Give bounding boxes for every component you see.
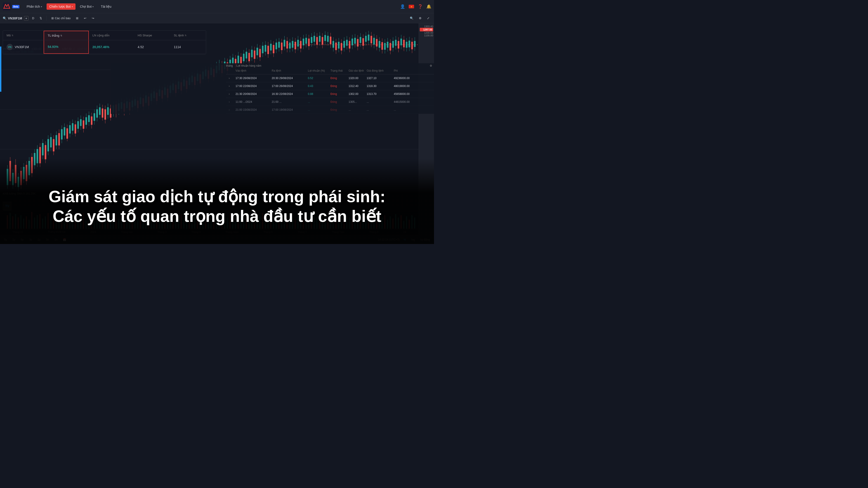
trade-log-row: › 17:30 26/08/2024 20:30 29/08/2024 0.52… <box>226 74 434 82</box>
search-icon: 🔍 <box>3 17 6 20</box>
table-settings-icon[interactable]: ⚙ <box>430 64 432 67</box>
calendar-icon[interactable]: 📅 <box>61 237 68 242</box>
cell-ln-cong-don: 20,057.46% <box>89 40 134 54</box>
col-ln-cong-don[interactable]: LN cộng dồn <box>89 31 134 40</box>
undo-button[interactable]: ↩ <box>82 15 88 21</box>
settings-icon[interactable]: ⚙ <box>417 15 423 21</box>
svg-rect-1 <box>4 8 10 8</box>
subtitle-line2: Các yếu tố quan trọng nhà đầu tư cần biế… <box>18 206 416 226</box>
percent-btn[interactable]: % <box>402 237 408 242</box>
notification-icon[interactable]: 🔔 <box>426 4 431 9</box>
timeframe-1y[interactable]: 1y <box>11 237 17 242</box>
help-icon[interactable]: ❓ <box>418 4 423 9</box>
header: Beta Phân tích ▾ Chiến lược Bot ▾ Chợ Bo… <box>0 0 434 13</box>
timeframe-5n[interactable]: 5n <box>44 237 50 242</box>
chevron-down-icon: ▾ <box>92 5 94 8</box>
timeframe-1p[interactable]: 1p <box>36 237 42 242</box>
timeframe-3p[interactable]: 3p <box>28 237 33 242</box>
bottom-right-controls: 14:12:14 (UTC+7) % log tự động <box>378 237 431 242</box>
symbol-selector[interactable]: 🔍 VN30F1M <box>3 17 22 20</box>
strategy-performance-table: Mã ⇅ TL thắng ⇅ LN cộng dồn HS Sharpe SL… <box>3 31 206 54</box>
toolbar-separator <box>46 15 47 21</box>
trade-log-panel: tháng Lợi nhuận hàng năm ⚙ Vào lệnh Ra l… <box>111 63 434 114</box>
symbol-label: VN30F1M <box>8 17 22 20</box>
nav-cho-bot[interactable]: Chợ Bot ▾ <box>77 3 96 10</box>
layout-button[interactable]: ⊞ <box>74 15 80 21</box>
chevron-down-icon: ▾ <box>41 5 42 8</box>
tab-thang[interactable]: tháng <box>226 64 233 67</box>
cell-ma: VN VN30F1M <box>3 40 43 54</box>
tv-badge-area: TV <box>3 46 12 210</box>
chevron-down-icon: ▾ <box>72 5 73 8</box>
app-logo <box>3 2 11 11</box>
nav-tai-lieu[interactable]: Tài liệu <box>98 3 114 10</box>
fullscreen-icon[interactable]: ⤢ <box>425 15 431 21</box>
time-display: 14:12:14 (UTC+7) <box>378 238 399 241</box>
auto-btn[interactable]: tự động <box>419 237 431 242</box>
col-hs-sharpe[interactable]: HS Sharpe <box>134 31 170 40</box>
vn-icon: VN <box>6 44 13 50</box>
col-sl-lenh[interactable]: SL lệnh ⇅ <box>170 31 206 40</box>
current-price-tag: 1297.50 <box>420 28 433 31</box>
indicators-button[interactable]: ⊞ Các chỉ báo <box>50 15 72 21</box>
grid-icon: ⊞ <box>76 17 79 20</box>
table-header: Mã ⇅ TL thắng ⇅ LN cộng dồn HS Sharpe SL… <box>3 31 206 40</box>
zoom-icon[interactable]: 🔍 <box>408 15 415 21</box>
cell-sl-lenh: 1114 <box>170 40 206 54</box>
trade-log-row: › 21:00 15/08/2024 17:00 19/08/2024 ... … <box>226 106 434 114</box>
timeframe-6p[interactable]: 6p <box>19 237 25 242</box>
user-icon[interactable]: 👤 <box>400 4 405 9</box>
col-tl-thang[interactable]: TL thắng ⇅ <box>43 31 89 40</box>
redo-button[interactable]: ↪ <box>90 15 96 21</box>
compare-icon: ⇅ <box>39 17 42 20</box>
toolbar-right: 🔍 ⚙ ⤢ <box>408 15 431 21</box>
col-ma[interactable]: Mã ⇅ <box>3 31 43 40</box>
nav-phan-tich[interactable]: Phân tích ▾ <box>24 3 45 10</box>
header-right: 👤 ❓ 🔔 <box>400 4 431 9</box>
timeframe-selector[interactable]: D <box>30 16 36 21</box>
nav-chien-luoc-bot[interactable]: Chiến lược Bot ▾ <box>46 3 75 10</box>
left-tools-panel <box>0 46 1 92</box>
cell-tl-thang: 54.93% <box>43 40 89 54</box>
trade-log-row: › 11:00 .../2024 21:00 ... ... Đóng 1305… <box>226 98 434 106</box>
time-axis: Tháng 11 Tháng Mười hai 2024 Tháng Hai T… <box>0 229 418 235</box>
bottom-toolbar: 5y 1y 6p 3p 1p 5n 1n 📅 14:12:14 (UTC+7) … <box>0 235 434 244</box>
cell-hs-sharpe: 4.52 <box>134 40 170 54</box>
table-row: VN VN30F1M 54.93% 20,057.46% 4.52 1114 <box>3 40 206 54</box>
sort-icon: ⇅ <box>185 34 186 37</box>
subtitle-line1: Giám sát giao dịch tự động trong phái si… <box>18 187 416 206</box>
sort-icon: ⇅ <box>60 34 62 37</box>
compare-button[interactable]: ⇅ <box>38 15 44 21</box>
logo-area: Beta <box>3 2 20 11</box>
trade-log-row: › 17:00 22/08/2024 17:00 26/08/2024 0.43… <box>226 82 434 90</box>
indicator-icon: ⊞ <box>51 17 54 20</box>
flag-icon[interactable] <box>409 5 414 8</box>
sort-icon: ⇅ <box>11 34 13 37</box>
chart-toolbar: 🔍 VN30F1M + D ⇅ ⊞ Các chỉ báo ⊞ ↩ ↪ 🔍 ⚙ … <box>0 13 434 23</box>
log-btn[interactable]: log <box>410 237 416 242</box>
tab-loi-nhuan-nam[interactable]: Lợi nhuận hàng năm <box>237 64 261 67</box>
timeframe-1n[interactable]: 1n <box>53 237 59 242</box>
subtitle-overlay: Giám sát giao dịch tự động trong phái si… <box>0 187 434 226</box>
timeframe-5y[interactable]: 5y <box>3 237 8 242</box>
add-symbol-button[interactable]: + <box>24 16 29 21</box>
beta-badge: Beta <box>12 5 20 8</box>
trade-log-row: › 21:30 20/08/2024 16:30 22/08/2024 0.88… <box>226 90 434 98</box>
trade-log-header: Vào lệnh Ra lệnh Lợi nhuận (%) Trạng thá… <box>226 67 434 74</box>
